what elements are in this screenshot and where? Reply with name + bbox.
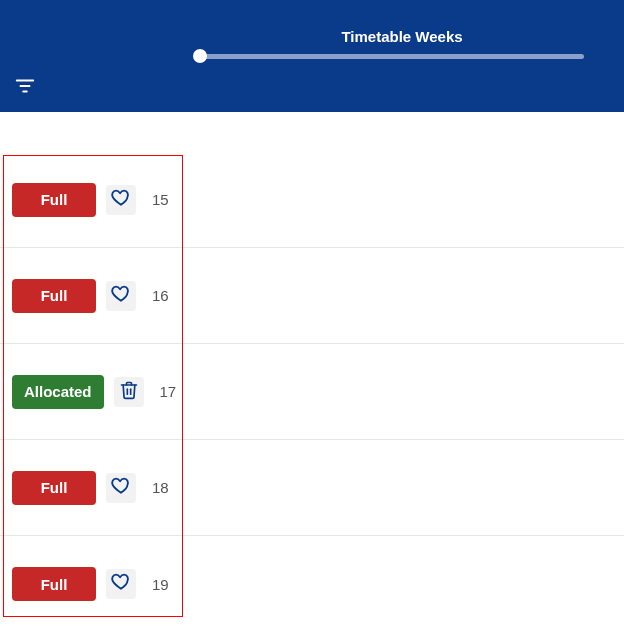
delete-button[interactable] xyxy=(114,377,144,407)
slider-track xyxy=(200,54,584,59)
status-badge-full[interactable]: Full xyxy=(12,183,96,217)
status-badge-allocated[interactable]: Allocated xyxy=(12,375,104,409)
status-badge-full[interactable]: Full xyxy=(12,279,96,313)
row-number: 18 xyxy=(152,479,169,496)
heart-icon xyxy=(110,571,132,597)
favorite-button[interactable] xyxy=(106,569,136,599)
weeks-slider[interactable] xyxy=(200,50,584,62)
trash-icon xyxy=(119,380,139,404)
row-number: 19 xyxy=(152,576,169,593)
favorite-button[interactable] xyxy=(106,281,136,311)
list-item: Full 19 xyxy=(0,536,624,629)
favorite-button[interactable] xyxy=(106,473,136,503)
list-item: Full 15 xyxy=(0,152,624,248)
row-number: 17 xyxy=(160,383,177,400)
app-header: Timetable Weeks xyxy=(0,0,624,112)
heart-icon xyxy=(110,283,132,309)
list-item: Full 18 xyxy=(0,440,624,536)
row-list: Full 15 Full 16 Allo xyxy=(0,152,624,629)
status-badge-full[interactable]: Full xyxy=(12,471,96,505)
row-number: 16 xyxy=(152,287,169,304)
heart-icon xyxy=(110,475,132,501)
row-number: 15 xyxy=(152,191,169,208)
favorite-button[interactable] xyxy=(106,185,136,215)
list-item: Allocated 17 xyxy=(0,344,624,440)
content-area: Full 15 Full 16 Allo xyxy=(0,112,624,629)
filter-icon[interactable] xyxy=(14,75,36,97)
header-title: Timetable Weeks xyxy=(0,28,624,45)
slider-thumb[interactable] xyxy=(193,49,207,63)
heart-icon xyxy=(110,187,132,213)
status-badge-full[interactable]: Full xyxy=(12,567,96,601)
list-item: Full 16 xyxy=(0,248,624,344)
